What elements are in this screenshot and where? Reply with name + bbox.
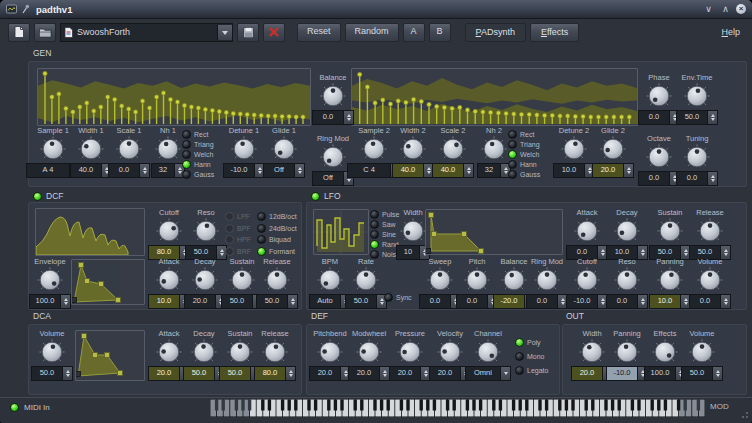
scale2-value[interactable]: 40.0	[432, 163, 474, 178]
out_width-dial[interactable]	[579, 339, 605, 365]
piano-key-black[interactable]	[387, 400, 390, 411]
lfo_panning-value[interactable]: 10.0	[649, 294, 691, 309]
maximize-button[interactable]: ∧	[719, 1, 732, 17]
detune2-dial[interactable]	[561, 136, 587, 162]
piano-key-black[interactable]	[340, 400, 343, 411]
preset-combo[interactable]: SwooshForth	[60, 23, 233, 42]
piano-key-black[interactable]	[664, 400, 667, 411]
lfo_cutoff-value[interactable]: -10.0	[566, 294, 608, 309]
lfo_ringmod-dial[interactable]	[534, 267, 560, 293]
lfo_volume-spinner[interactable]	[720, 295, 730, 308]
dcf_env-spinner[interactable]	[60, 295, 70, 308]
piano-key-black[interactable]	[215, 400, 218, 411]
nh1-value[interactable]: 32	[151, 163, 185, 178]
lfo_volume-dial[interactable]	[697, 267, 723, 293]
def_pitchbend-value[interactable]: 20.0	[309, 366, 351, 381]
radio-rect[interactable]: Rect	[508, 130, 540, 139]
envtime-dial[interactable]	[684, 83, 710, 109]
piano-key-black[interactable]	[538, 400, 541, 411]
piano-key-black[interactable]	[380, 400, 383, 411]
lfo_rate-value[interactable]: 50.0	[345, 294, 387, 309]
dca_volume-spinner[interactable]	[62, 367, 72, 380]
balance1-spinner[interactable]	[343, 111, 353, 124]
piano-key-black[interactable]	[373, 400, 376, 411]
dca_release-dial[interactable]	[262, 339, 288, 365]
piano-key-black[interactable]	[472, 400, 475, 411]
radio-bpf[interactable]: BPF	[225, 224, 251, 233]
radio-legato[interactable]: Legato	[515, 366, 548, 375]
minimize-button[interactable]: ∨	[702, 1, 715, 17]
piano-key-black[interactable]	[611, 400, 614, 411]
dca_sustain-dial[interactable]	[227, 339, 253, 365]
help-link[interactable]: Help	[721, 27, 744, 37]
dcf_release-dial[interactable]	[264, 267, 290, 293]
dca_attack-dial[interactable]	[156, 339, 182, 365]
lfo_pitch-dial[interactable]	[464, 267, 490, 293]
glide1-value[interactable]: Off	[263, 163, 305, 178]
dca_volume-value[interactable]: 50.0	[31, 366, 73, 381]
radio-triang[interactable]: Triang	[182, 140, 214, 149]
radio-gauss[interactable]: Gauss	[182, 170, 214, 179]
lfo_rate-dial[interactable]	[353, 267, 379, 293]
delete-preset-button[interactable]	[263, 23, 285, 42]
preset-a-button[interactable]: A	[403, 23, 425, 42]
new-preset-button[interactable]	[8, 23, 30, 42]
radio-hpf[interactable]: HPF	[225, 235, 251, 244]
piano-key-black[interactable]	[406, 400, 409, 411]
piano-key-black[interactable]	[360, 400, 363, 411]
tuning-value[interactable]: 0.0	[676, 171, 718, 186]
piano-key-black[interactable]	[492, 400, 495, 411]
open-preset-button[interactable]	[34, 23, 56, 42]
piano-key-black[interactable]	[327, 400, 330, 411]
octave-dial[interactable]	[646, 144, 672, 170]
dca_volume-dial[interactable]	[39, 339, 65, 365]
nh2-value[interactable]: 32	[477, 163, 511, 178]
piano-key-black[interactable]	[677, 400, 680, 411]
piano-key-black[interactable]	[288, 400, 291, 411]
width2-dial[interactable]	[400, 136, 426, 162]
glide1-spinner[interactable]	[294, 164, 304, 177]
dcf_reso-dial[interactable]	[193, 218, 219, 244]
dcf-envelope-display[interactable]	[71, 259, 145, 305]
dcf_cutoff-dial[interactable]	[156, 218, 182, 244]
dcf_decay-dial[interactable]	[192, 267, 218, 293]
piano-key-black[interactable]	[697, 400, 700, 411]
nh2-dial[interactable]	[481, 136, 507, 162]
piano-key-black[interactable]	[446, 400, 449, 411]
gen2-spectrum-display[interactable]	[351, 68, 638, 126]
dcf_env-dial[interactable]	[37, 267, 63, 293]
piano-key-black[interactable]	[314, 400, 317, 411]
preset-b-button[interactable]: B	[429, 23, 451, 42]
piano-keyboard[interactable]	[210, 399, 705, 421]
radio-poly[interactable]: Poly	[515, 338, 548, 347]
piano-key-black[interactable]	[248, 400, 251, 411]
out_volume-spinner[interactable]	[712, 367, 722, 380]
radio-triang[interactable]: Triang	[508, 140, 540, 149]
def_channel-dropdown-arrow[interactable]	[500, 367, 510, 380]
piano-key-black[interactable]	[519, 400, 522, 411]
dcf_sustain-dial[interactable]	[229, 267, 255, 293]
glide2-value[interactable]: 20.0	[592, 163, 634, 178]
radio-brf[interactable]: BRF	[225, 247, 251, 256]
piano-key-black[interactable]	[512, 400, 515, 411]
lfo-envelope-display[interactable]	[425, 209, 563, 255]
balance1-dial[interactable]	[320, 83, 346, 109]
glide2-dial[interactable]	[600, 136, 626, 162]
piano-key-black[interactable]	[268, 400, 271, 411]
piano-key-black[interactable]	[261, 400, 264, 411]
tab-padsynth[interactable]: PADsynth	[465, 23, 526, 42]
save-preset-button[interactable]	[237, 23, 259, 42]
scale1-value[interactable]: 0.0	[108, 163, 150, 178]
piano-key-black[interactable]	[479, 400, 482, 411]
piano-key-black[interactable]	[651, 400, 654, 411]
lfo_cutoff-dial[interactable]	[574, 267, 600, 293]
piano-key-black[interactable]	[354, 400, 357, 411]
piano-key-black[interactable]	[565, 400, 568, 411]
reset-button[interactable]: Reset	[297, 23, 341, 42]
radio-welch[interactable]: Welch	[182, 150, 214, 159]
piano-key-black[interactable]	[499, 400, 502, 411]
lfo_sweep-dial[interactable]	[427, 267, 453, 293]
lfo-wave-display[interactable]	[313, 209, 369, 255]
piano-key-black[interactable]	[585, 400, 588, 411]
piano-key-black[interactable]	[281, 400, 284, 411]
